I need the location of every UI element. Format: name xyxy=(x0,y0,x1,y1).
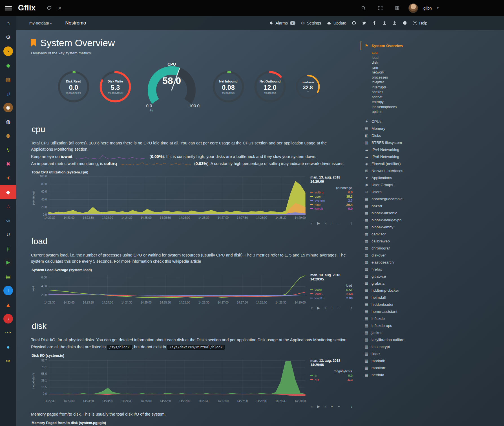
pan-left-button[interactable]: « xyxy=(311,221,313,225)
menu-app-diskover[interactable]: ▦diskover xyxy=(364,252,425,259)
gauge-net-inbound[interactable]: Net Inbound0.08megabits/s xyxy=(211,70,245,105)
menu-sub-softirqs[interactable]: softirqs xyxy=(372,90,425,95)
export-button[interactable] xyxy=(392,21,397,25)
menu-app-jackett[interactable]: ▦jackett xyxy=(364,329,425,336)
fullscreen-icon[interactable] xyxy=(378,6,383,10)
menu-sub-ram[interactable]: ram xyxy=(372,65,425,70)
memory-paged-chart[interactable]: Memory Paged from/to disk (system.pgpgio… xyxy=(31,421,357,426)
menu-btrfs-filesystem[interactable]: ▥BTRFS filesystem xyxy=(364,139,425,146)
sidebar-app-plex[interactable]: › xyxy=(0,44,16,58)
menu-app-lidarr[interactable]: ▦lidarr xyxy=(364,350,425,357)
gauge-disk-read[interactable]: Disk Read0.0megabytes/s xyxy=(57,70,90,105)
zoom-out-button[interactable]: − xyxy=(338,306,340,310)
menu-app-monitorr[interactable]: ▦monitorr xyxy=(364,364,425,371)
play-button[interactable]: ▶ xyxy=(317,306,320,310)
menu-sub-processes[interactable]: processes xyxy=(372,75,425,80)
menu-ipv6-networking[interactable]: ☁IPv6 Networking xyxy=(364,153,425,160)
sidebar-app-unraid[interactable]: ∪ xyxy=(0,227,16,241)
menu-sub-idlejitter[interactable]: idlejitter xyxy=(372,80,425,85)
sidebar-app-airsonic[interactable]: ♫ xyxy=(0,86,16,101)
zoom-out-button[interactable]: − xyxy=(338,404,340,409)
pan-left-button[interactable]: « xyxy=(311,306,313,310)
pan-right-button[interactable]: » xyxy=(324,221,326,225)
gauge-net-outbound[interactable]: Net Outbound12.0megabits/s xyxy=(253,70,287,105)
menu-app-hddtemp-docker[interactable]: ▦hddtemp-docker xyxy=(364,287,425,294)
sidebar-app-netdata[interactable]: ◆ xyxy=(0,185,16,199)
legend-row-iowait[interactable]: iowait0.0 xyxy=(310,207,353,211)
menu-memory[interactable]: ▤Memory xyxy=(364,125,425,132)
zoom-in-button[interactable]: + xyxy=(331,404,333,409)
sidebar-app-downloader[interactable]: ↓ xyxy=(0,312,16,326)
menu-applications[interactable]: ♥Applications xyxy=(364,174,425,181)
play-button[interactable]: ▶ xyxy=(317,404,320,409)
menu-app-gitlab-ce[interactable]: ▦gitlab-ce xyxy=(364,273,425,280)
menu-app-influxdb-ups[interactable]: ▦influxdb-ups xyxy=(364,322,425,329)
menu-sub-uptime[interactable]: uptime xyxy=(372,110,425,115)
sidebar-app-filebrowser[interactable]: ↑ xyxy=(0,284,16,298)
menu-app-mariadb[interactable]: ▦mariadb xyxy=(364,357,425,364)
avatar[interactable] xyxy=(408,3,418,13)
legend-row-load15[interactable]: load152.06 xyxy=(310,296,353,300)
legend-row-out[interactable]: out-5.3 xyxy=(310,378,353,382)
zoom-in-button[interactable]: + xyxy=(331,221,333,225)
menu-app-netdata[interactable]: ▦netdata xyxy=(364,371,425,378)
pan-left-button[interactable]: « xyxy=(311,404,313,409)
menu-app-grafana[interactable]: ▦grafana xyxy=(364,280,425,287)
sidebar-app-utorrent[interactable]: µ xyxy=(0,241,16,255)
legend-row-nice[interactable]: nice20.4 xyxy=(310,203,353,207)
menu-sub-ipc-semaphores[interactable]: ipc semaphores xyxy=(372,105,425,110)
menu-users[interactable]: ☺Users xyxy=(364,188,425,195)
legend-row-system[interactable]: system2.3 xyxy=(310,198,353,203)
menu-app-apacheguacamole[interactable]: ▦apacheguacamole xyxy=(364,195,425,202)
host-dropdown[interactable]: my-netdata ▾ xyxy=(29,21,52,25)
legend-row-load5[interactable]: load52.68 xyxy=(310,292,353,296)
play-button[interactable]: ▶ xyxy=(317,221,320,225)
resize-handle[interactable]: ↕ xyxy=(351,306,353,310)
username[interactable]: gilbn xyxy=(423,6,432,10)
menu-app-home-assistant[interactable]: ▦home-assistant xyxy=(364,308,425,315)
twitter-button[interactable] xyxy=(362,21,366,25)
menu-firewall-netfilter-[interactable]: ◈Firewall (netfilter) xyxy=(364,160,425,167)
menu-app-heimdall[interactable]: ▦heimdall xyxy=(364,294,425,301)
menu-disks[interactable]: ◧Disks xyxy=(364,132,425,139)
print-button[interactable] xyxy=(403,21,407,25)
github-button[interactable] xyxy=(352,21,356,25)
update-button[interactable]: Update xyxy=(327,21,346,25)
import-button[interactable] xyxy=(382,21,387,25)
gauge-used-ram[interactable]: Used RAM32.8% xyxy=(295,74,321,101)
resize-handle[interactable]: ↕ xyxy=(351,404,353,409)
sidebar-app-guacamole[interactable]: ϟ xyxy=(0,143,16,157)
menu-network-interfaces[interactable]: ⊞Network Interfaces xyxy=(364,167,425,174)
cpu-chart[interactable]: Total CPU utilization (system.cpu)percen… xyxy=(31,170,357,225)
sidebar-app-tautulli[interactable]: ▧ xyxy=(0,72,16,86)
menu-app-hiddenloader[interactable]: ▦hiddenloader xyxy=(364,301,425,308)
load-chart[interactable]: System Load Average (system.load)load6.0… xyxy=(31,268,357,310)
menu-sub-interrupts[interactable]: interrupts xyxy=(372,85,425,90)
sidebar-app-nextcloud[interactable]: ● xyxy=(0,340,16,354)
settings-button[interactable]: ⚙ Settings xyxy=(301,21,321,26)
menu-app-elasticsearch[interactable]: ▦elasticsearch xyxy=(364,259,425,266)
sidebar-app-jackett[interactable]: ◉ xyxy=(0,101,16,115)
sidebar-app-radarr[interactable]: ◍ xyxy=(0,115,16,129)
menu-app-calibreweb[interactable]: ▦calibreweb xyxy=(364,238,425,245)
menu-app-letsencrypt[interactable]: ▦letsencrypt xyxy=(364,343,425,350)
menu-ipv4-networking[interactable]: ☁IPv4 Networking xyxy=(364,146,425,153)
menu-app-chronograf[interactable]: ▦chronograf xyxy=(364,245,425,252)
sidebar-app-settings[interactable]: ⚙ xyxy=(0,30,16,44)
disk-io-chart[interactable]: Disk I/O (system.io)megabytes/s97.778.15… xyxy=(31,354,357,409)
menu-app-bazarr[interactable]: ▦bazarr xyxy=(364,202,425,209)
menu-app-lazylibrarian-calibre[interactable]: ▦lazylibrarian-calibre xyxy=(364,336,425,343)
sidebar-app-krusader[interactable]: ∴ xyxy=(0,199,16,213)
facebook-button[interactable] xyxy=(372,21,377,25)
menu-app-binhex-delugevpn[interactable]: ▦binhex-delugevpn xyxy=(364,217,425,224)
menu-sub-softnet[interactable]: softnet xyxy=(372,95,425,100)
sidebar-app-ubooquity[interactable]: ☀ xyxy=(0,171,16,185)
menu-icon[interactable] xyxy=(5,6,12,10)
legend-row-in[interactable]: in0.0 xyxy=(310,374,353,378)
search-icon[interactable] xyxy=(361,6,366,10)
zoom-in-button[interactable]: + xyxy=(331,306,333,310)
tabs-grid-icon[interactable] xyxy=(395,6,400,10)
menu-sub-network[interactable]: network xyxy=(372,70,425,75)
sidebar-app-emby[interactable]: ▶ xyxy=(0,255,16,269)
user-menu-caret-icon[interactable]: ▾ xyxy=(437,6,439,10)
